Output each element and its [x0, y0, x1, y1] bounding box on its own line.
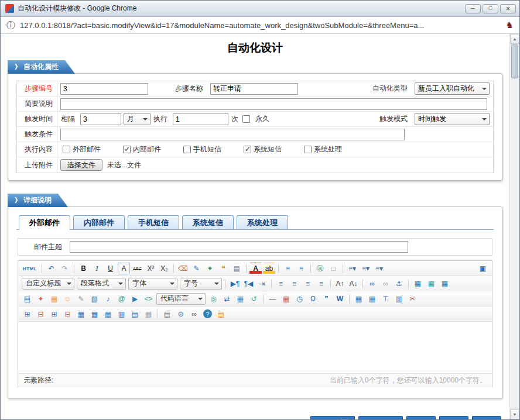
link-icon[interactable]: ∞ — [366, 278, 378, 290]
scrollbar-track[interactable] — [510, 79, 519, 409]
align-center-icon[interactable]: ≡ — [288, 278, 300, 290]
checkbox[interactable] — [304, 146, 312, 153]
scrollbar[interactable]: ▲ ▼ — [509, 34, 519, 419]
font-family-select[interactable]: 字体 — [128, 278, 177, 290]
image-align-left-icon[interactable]: ▦ — [425, 278, 437, 290]
special-chars-icon[interactable]: Ω — [307, 293, 319, 305]
checkbox[interactable] — [63, 146, 70, 153]
table-props-icon[interactable]: ▦ — [366, 293, 378, 305]
maximize-button[interactable]: □ — [483, 4, 498, 13]
delete-col-icon[interactable]: ⊟ — [61, 308, 74, 320]
forever-checkbox[interactable] — [242, 115, 250, 123]
scrollbar-thumb[interactable] — [511, 44, 518, 78]
image-icon[interactable]: ▦ — [48, 293, 60, 305]
unlink-icon[interactable]: ∞ — [379, 278, 392, 290]
map-icon[interactable]: ▧ — [88, 293, 101, 305]
exec-times-input[interactable] — [173, 113, 228, 125]
underline-icon[interactable]: U — [104, 263, 117, 274]
insert-anchor-icon[interactable]: ⚓ — [393, 278, 405, 290]
font-size-up-icon[interactable]: A↑ — [334, 278, 346, 290]
paste-text-icon[interactable]: ▤ — [231, 263, 243, 274]
insert-col-icon[interactable]: ⊞ — [48, 308, 60, 320]
align-left-icon[interactable]: ≡ — [275, 278, 287, 290]
checkbox-label[interactable]: 系统短信 — [254, 144, 282, 154]
delete-row-icon[interactable]: ⊟ — [35, 308, 47, 320]
checkbox-label[interactable]: 内部邮件 — [133, 144, 161, 154]
interval-input[interactable] — [80, 113, 121, 125]
print-preview-button[interactable]: 打印预览 — [358, 416, 403, 419]
line-height-icon[interactable]: ≡▾ — [373, 263, 385, 274]
paragraph-select[interactable]: 段落格式 — [77, 278, 126, 290]
auto-type-select[interactable]: 新员工入职自动化 — [415, 82, 490, 95]
checkbox[interactable] — [123, 146, 131, 153]
unordered-list-icon[interactable]: ≡ — [295, 263, 307, 274]
font-size-down-icon[interactable]: A↓ — [347, 278, 360, 290]
checkbox-external-mail[interactable]: 外部邮件 — [61, 144, 101, 154]
time-icon[interactable]: ◷ — [293, 293, 306, 305]
tab-system-process[interactable]: 系统处理 — [237, 215, 288, 229]
choose-file-button[interactable]: 选择文件 — [60, 159, 102, 171]
row-spacing-bottom-icon[interactable]: ≡▾ — [360, 263, 372, 274]
image-align-right-icon[interactable]: ▦ — [439, 278, 451, 290]
editor-content[interactable] — [18, 322, 492, 373]
fullscreen-icon[interactable]: ▣ — [477, 263, 489, 274]
preview-page-icon[interactable]: ◎ — [207, 293, 220, 305]
tab-internal-mail[interactable]: 内部邮件 — [73, 215, 125, 229]
save-button[interactable]: 保存 — [439, 416, 468, 419]
step-number-input[interactable] — [60, 83, 148, 95]
clear-doc-icon[interactable]: □ — [327, 263, 340, 274]
help-icon[interactable]: ? — [203, 309, 212, 318]
merge-right-icon[interactable]: ▦ — [75, 308, 87, 320]
indent-icon[interactable]: ⇥ — [256, 278, 268, 290]
minimize-button[interactable]: ─ — [465, 4, 481, 13]
insert-table-icon[interactable]: ▦ — [353, 293, 365, 305]
search-replace-icon[interactable]: ∞ — [188, 308, 200, 320]
font-border-icon[interactable]: A — [118, 263, 130, 274]
align-right-icon[interactable]: ≡ — [302, 278, 314, 290]
comment-icon[interactable]: ❞ — [320, 293, 333, 305]
insert-caption-icon[interactable]: ▥ — [393, 293, 405, 305]
merge-cells-icon[interactable]: ▦ — [102, 308, 114, 320]
code-language-select[interactable]: 代码语言 — [156, 293, 206, 305]
split-cells-icon[interactable]: ▦ — [142, 308, 155, 320]
horizontal-rule-icon[interactable]: — — [266, 293, 279, 305]
print-icon[interactable]: ▤ — [161, 308, 173, 320]
step-name-input[interactable] — [210, 83, 298, 95]
ordered-list-icon[interactable]: ≡ — [282, 263, 294, 274]
new-document-icon[interactable]: ▤ — [215, 308, 227, 320]
print-settings-button[interactable]: 打印设置 — [310, 416, 355, 419]
background-icon[interactable]: ↺ — [248, 293, 260, 305]
remove-format-icon[interactable]: ⌫ — [177, 263, 189, 274]
bold-icon[interactable]: B — [77, 263, 90, 274]
checkbox-system-process[interactable]: 系统处理 — [303, 144, 342, 154]
row-spacing-top-icon[interactable]: ≡▾ — [346, 263, 358, 274]
checkbox-label[interactable]: 手机短信 — [193, 144, 221, 154]
format-brush-icon[interactable]: ✎ — [190, 263, 203, 274]
anchor-icon[interactable]: ⓐ — [314, 263, 326, 274]
trigger-mode-select[interactable]: 时间触发 — [415, 113, 490, 125]
blockquote-icon[interactable]: ❝ — [217, 263, 230, 274]
music-icon[interactable]: ♪ — [102, 293, 114, 305]
checkbox-internal-mail[interactable]: 内部邮件 — [122, 144, 161, 154]
checkbox-label[interactable]: 系统处理 — [314, 144, 342, 154]
close-button[interactable]: 关闭 — [472, 416, 501, 419]
image-align-none-icon[interactable]: ▦ — [412, 278, 424, 290]
ltr-icon[interactable]: ▶¶ — [229, 278, 241, 290]
merge-down-icon[interactable]: ▦ — [88, 308, 101, 320]
extension-icon[interactable]: ♞ — [506, 20, 514, 30]
table-title-icon[interactable]: ⊤ — [379, 293, 392, 305]
split-row-icon[interactable]: ▥ — [115, 308, 128, 320]
checkbox[interactable] — [244, 146, 251, 153]
print-button[interactable]: 打印 — [406, 416, 436, 419]
superscript-icon[interactable]: X² — [145, 263, 157, 274]
preview-icon[interactable]: ⊙ — [175, 308, 187, 320]
page-break-icon[interactable]: ⇄ — [221, 293, 233, 305]
date-icon[interactable]: ▦ — [280, 293, 292, 305]
insert-code-icon[interactable]: <> — [142, 293, 155, 305]
insert-frame-icon[interactable]: ▤ — [21, 293, 33, 305]
attachment-icon[interactable]: @ — [115, 293, 128, 305]
brief-input[interactable] — [60, 98, 487, 110]
checkbox-label[interactable]: 外部邮件 — [73, 144, 101, 154]
trigger-cond-input[interactable] — [60, 129, 405, 140]
custom-title-select[interactable]: 自定义标题 — [22, 278, 74, 290]
